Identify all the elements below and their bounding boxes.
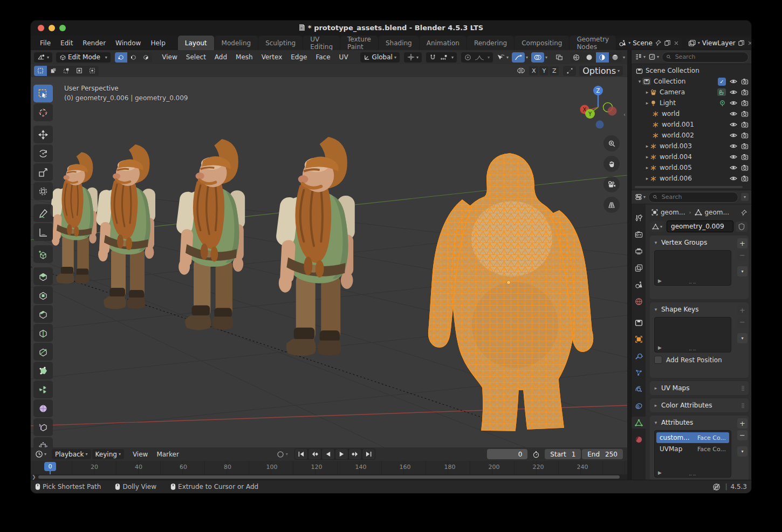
hide-eye-icon[interactable]	[730, 99, 737, 107]
menu-vertex[interactable]: Vertex	[257, 53, 287, 61]
hide-eye-icon[interactable]	[730, 175, 737, 182]
tool-rotate[interactable]	[33, 144, 53, 162]
tool-spin[interactable]	[33, 381, 53, 398]
tool-transform[interactable]	[33, 182, 53, 200]
tab-object[interactable]	[632, 333, 646, 345]
jump-to-end-button[interactable]	[362, 449, 375, 459]
workspace-tab-texture-paint[interactable]: Texture Paint	[340, 36, 378, 50]
expand-triangle-icon[interactable]: ▶	[658, 278, 662, 284]
tool-select-box[interactable]	[33, 85, 53, 102]
show-gizmo-dropdown[interactable]: ▾	[493, 52, 512, 63]
expand-triangle-icon[interactable]: ▶	[658, 345, 662, 350]
attribute-row-uvmap[interactable]: UVMap Face Co...	[656, 444, 729, 454]
workspace-tab-rendering[interactable]: Rendering	[467, 36, 514, 50]
attribute-add-button[interactable]: +	[737, 418, 747, 429]
current-frame-field[interactable]: 0	[487, 449, 527, 459]
hide-eye-icon[interactable]	[730, 78, 737, 85]
shading-dropdown[interactable]: ▾	[623, 55, 625, 60]
3d-viewport[interactable]: User Perspective (0) geometry_0.006 | ge…	[31, 77, 627, 447]
color-attributes-header[interactable]: ▸Color Attributes⣿	[653, 400, 745, 410]
disable-render-icon[interactable]	[741, 132, 749, 139]
select-set-button[interactable]	[34, 66, 47, 76]
gizmos-toggle[interactable]	[512, 52, 525, 63]
shading-solid-button[interactable]	[583, 52, 596, 63]
tool-knife[interactable]	[33, 343, 53, 361]
dwarf-model-1[interactable]	[50, 152, 98, 284]
tab-output[interactable]	[632, 245, 646, 257]
mesh-data-dropdown[interactable]: ▾	[650, 221, 664, 232]
workspace-tab-layout[interactable]: Layout	[178, 36, 214, 50]
outliner-filter-button[interactable]: ▾	[648, 53, 659, 60]
expand-chevron-icon[interactable]: ❯	[32, 474, 36, 480]
menu-window[interactable]: Window	[111, 39, 146, 47]
menu-face[interactable]: Face	[311, 53, 334, 61]
network-offline-icon[interactable]	[712, 483, 721, 491]
zoom-button[interactable]	[603, 135, 620, 151]
outliner-row-world[interactable]: world	[632, 108, 751, 119]
tool-bevel[interactable]	[33, 305, 53, 323]
overlays-dropdown[interactable]: ▾	[545, 55, 547, 60]
dwarf-model-2[interactable]	[95, 144, 155, 309]
gizmos-dropdown[interactable]: ▾	[526, 55, 528, 60]
vertex-groups-header[interactable]: ▾Vertex Groups⣿	[653, 238, 745, 247]
outliner-row-collection[interactable]: ▾ Collection ✓	[632, 76, 751, 87]
tool-loop-cut[interactable]	[33, 324, 53, 342]
editor-type-button[interactable]: ▾	[34, 52, 52, 63]
transform-orientation-dropdown[interactable]: Global ▾	[360, 52, 400, 63]
tab-particles[interactable]	[632, 367, 646, 378]
workspace-tab-shading[interactable]: Shading	[379, 36, 419, 50]
shape-key-add-button[interactable]: +	[737, 305, 747, 315]
outliner-row-world-003[interactable]: ▸ world.003	[632, 141, 751, 151]
shading-rendered-button[interactable]	[609, 52, 622, 63]
vertex-groups-list[interactable]: ▶⣀⣀	[654, 250, 731, 286]
add-rest-position-checkbox[interactable]	[654, 356, 662, 364]
menu-add[interactable]: Add	[210, 53, 231, 61]
disable-render-icon[interactable]	[741, 164, 749, 171]
timeline-ruler[interactable]: 20 40 60 80 100 120 140 160 180 200 220 …	[31, 461, 627, 474]
timeline-editor-type-button[interactable]: ▾	[35, 450, 46, 458]
outliner-row-world-006[interactable]: ▸ world.006	[632, 173, 751, 184]
workspace-tab-geometry-nodes[interactable]: Geometry Nodes	[570, 36, 616, 50]
prev-keyframe-button[interactable]	[308, 449, 321, 459]
expand-icon[interactable]: ▸	[644, 176, 650, 181]
menu-render[interactable]: Render	[78, 39, 111, 47]
workspace-tab-sculpting[interactable]: Sculpting	[258, 36, 303, 50]
outliner-row-camera[interactable]: ▸ Camera	[632, 87, 751, 98]
frame-end-field[interactable]: End250	[582, 449, 623, 459]
sidebar-collapse-chevron[interactable]: ‹	[623, 112, 626, 118]
new-viewlayer-icon[interactable]	[738, 39, 745, 46]
mirror-z-button[interactable]: Z	[550, 66, 559, 75]
outliner-row-world-002[interactable]: world.002	[632, 130, 751, 141]
hide-eye-icon[interactable]	[730, 142, 737, 150]
dwarf-model-3[interactable]	[175, 139, 245, 330]
workspace-tab-compositing[interactable]: Compositing	[515, 36, 569, 50]
options-dropdown[interactable]: Options▾	[579, 66, 623, 76]
uv-maps-header[interactable]: ▸UV Maps⣿	[653, 383, 745, 393]
scene-selector[interactable]: ▾ Scene	[616, 38, 682, 49]
properties-search[interactable]	[648, 192, 738, 203]
tool-poly-build[interactable]	[33, 362, 53, 379]
menu-file[interactable]: File	[35, 39, 56, 47]
disable-render-icon[interactable]	[741, 153, 749, 161]
overlays-toggle[interactable]	[531, 52, 544, 63]
vertex-group-add-button[interactable]: +	[737, 238, 747, 248]
mirror-x-button[interactable]: X	[529, 66, 538, 75]
mesh-name-input[interactable]	[667, 220, 733, 232]
hide-eye-icon[interactable]	[730, 153, 737, 161]
tab-material[interactable]	[632, 433, 646, 445]
remove-viewlayer-icon[interactable]	[747, 40, 751, 46]
disable-render-icon[interactable]	[741, 142, 749, 150]
select-extend-button[interactable]	[47, 66, 60, 76]
tool-extrude-region[interactable]	[33, 267, 53, 285]
vertex-group-specials-button[interactable]: ▾	[737, 266, 747, 277]
snap-falloff-button[interactable]	[563, 66, 576, 76]
panel-grip-icon[interactable]: ⣿	[741, 385, 745, 391]
tool-edge-slide[interactable]	[33, 418, 53, 436]
toggle-xray-button[interactable]	[553, 52, 566, 63]
proportional-editing-controls[interactable]: ▾	[461, 52, 493, 63]
tab-render[interactable]	[632, 229, 646, 240]
outliner-search[interactable]	[662, 52, 749, 63]
tool-scale[interactable]	[33, 163, 53, 181]
unlink-scene-icon[interactable]	[673, 40, 680, 46]
breadcrumb-data[interactable]: geom...	[704, 209, 729, 216]
